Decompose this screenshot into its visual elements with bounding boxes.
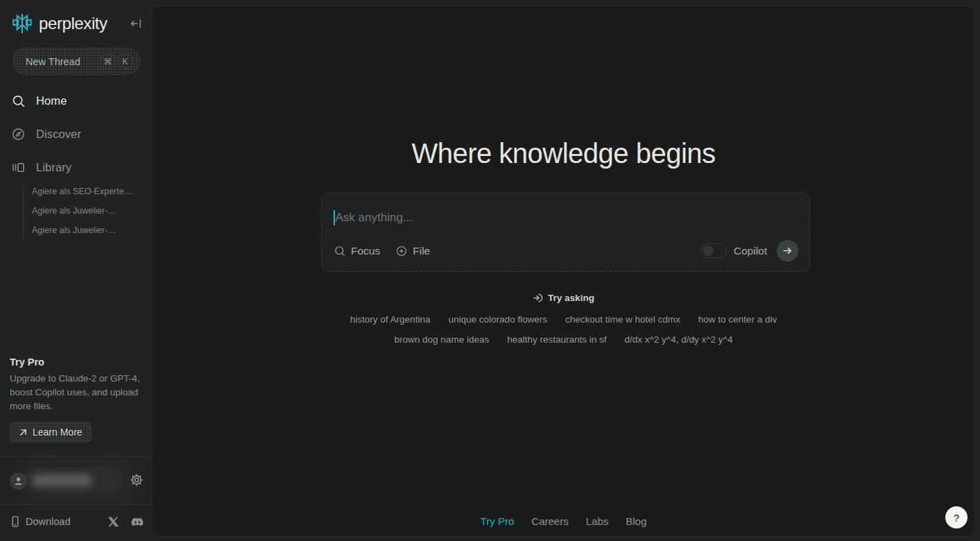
arrow-into-arc-icon	[533, 293, 543, 303]
sidebar-item-label: Library	[36, 161, 71, 174]
search-icon	[11, 94, 26, 108]
thread-item[interactable]: Agiere als SEO-Experte…	[32, 187, 143, 196]
submit-button[interactable]	[777, 240, 798, 261]
avatar[interactable]	[10, 472, 27, 490]
collapse-sidebar-icon[interactable]	[129, 17, 143, 31]
brand-name: perplexity	[39, 14, 108, 33]
arrow-right-icon	[782, 246, 793, 256]
arrow-up-right-icon	[19, 428, 28, 437]
download-row: Download	[0, 505, 151, 541]
try-asking-header: Try asking	[152, 293, 975, 303]
x-twitter-icon[interactable]	[108, 516, 119, 528]
copilot-label[interactable]: Copilot	[734, 245, 767, 257]
sidebar-item-label: Discover	[36, 128, 81, 141]
suggestion-chip[interactable]: healthy restaurants in sf	[507, 334, 606, 345]
text-cursor	[334, 210, 335, 225]
sidebar-item-label: Home	[36, 94, 67, 108]
mobile-phone-icon	[9, 515, 22, 528]
sidebar: perplexity New Thread ⌘ K Home Discover …	[0, 0, 151, 541]
copilot-toggle[interactable]	[701, 243, 727, 258]
suggestion-chip[interactable]: unique colorado flowers	[448, 314, 547, 325]
download-label: Download	[26, 516, 71, 527]
focus-search-icon	[334, 245, 346, 257]
sidebar-item-library[interactable]: Library	[11, 157, 71, 178]
learn-more-button[interactable]: Learn More	[10, 422, 92, 443]
file-label: File	[413, 245, 430, 257]
suggestion-chip[interactable]: brown dog name ideas	[395, 334, 490, 345]
try-asking-label: Try asking	[548, 293, 594, 303]
suggestion-chip[interactable]: d/dx x^2 y^4, d/dy x^2 y^4	[625, 334, 733, 345]
suggestion-chip[interactable]: checkout time w hotel cdmx	[565, 314, 680, 325]
footer-links: Try Pro Careers Labs Blog	[152, 515, 975, 527]
thread-rail	[23, 184, 24, 239]
footer-link-labs[interactable]: Labs	[586, 515, 609, 527]
username-blurred	[32, 474, 92, 486]
person-icon	[12, 475, 24, 487]
sidebar-item-home[interactable]: Home	[11, 90, 67, 111]
main-panel: Where knowledge begins Ask anything... F…	[151, 6, 976, 537]
suggestions-row: history of Argentina unique colorado flo…	[152, 314, 975, 325]
help-label: ?	[954, 512, 959, 524]
brand[interactable]: perplexity	[11, 11, 140, 36]
focus-label: Focus	[351, 245, 380, 257]
help-button[interactable]: ?	[945, 506, 968, 529]
learn-more-label: Learn More	[33, 427, 83, 438]
new-thread-button[interactable]: New Thread ⌘ K	[12, 48, 140, 75]
sidebar-item-discover[interactable]: Discover	[11, 123, 81, 144]
search-box: Ask anything... Focus File Copilot	[321, 193, 810, 272]
library-icon	[11, 160, 26, 175]
compass-icon	[11, 127, 26, 141]
focus-button[interactable]: Focus	[334, 245, 380, 257]
try-pro-promo: Try Pro Upgrade to Claude-2 or GPT-4, bo…	[10, 357, 143, 443]
user-row[interactable]	[0, 457, 151, 504]
suggestions-row: brown dog name ideas healthy restaurants…	[152, 334, 975, 345]
attach-file-button[interactable]: File	[395, 245, 430, 257]
plus-circle-icon	[395, 245, 408, 257]
search-input[interactable]: Ask anything...	[334, 210, 413, 225]
kbd-k: K	[118, 54, 132, 69]
settings-gear-icon[interactable]	[129, 472, 144, 488]
suggestion-chip[interactable]: history of Argentina	[350, 314, 431, 325]
discord-icon[interactable]	[130, 515, 144, 529]
footer-link-blog[interactable]: Blog	[626, 515, 646, 527]
promo-body: Upgrade to Claude-2 or GPT-4, boost Copi…	[10, 372, 143, 413]
toggle-knob	[703, 246, 714, 256]
footer-link-careers[interactable]: Careers	[531, 515, 568, 527]
promo-title: Try Pro	[10, 357, 143, 368]
suggestion-chip[interactable]: how to center a div	[698, 314, 777, 325]
perplexity-logo-icon	[11, 12, 33, 35]
search-placeholder: Ask anything...	[336, 211, 413, 225]
thread-item[interactable]: Agiere als Juwelier-…	[32, 206, 143, 216]
page-title: Where knowledge begins	[152, 138, 975, 169]
kbd-cmd: ⌘	[101, 54, 115, 69]
thread-item[interactable]: Agiere als Juwelier-…	[32, 225, 143, 235]
new-thread-label: New Thread	[26, 56, 98, 67]
download-button[interactable]: Download	[9, 515, 71, 528]
perplexity-app: { "colors": { "accent_teal": "#20b8cd", …	[0, 0, 980, 541]
search-toolbar: Focus File Copilot	[322, 240, 809, 261]
footer-link-try-pro[interactable]: Try Pro	[481, 515, 515, 527]
